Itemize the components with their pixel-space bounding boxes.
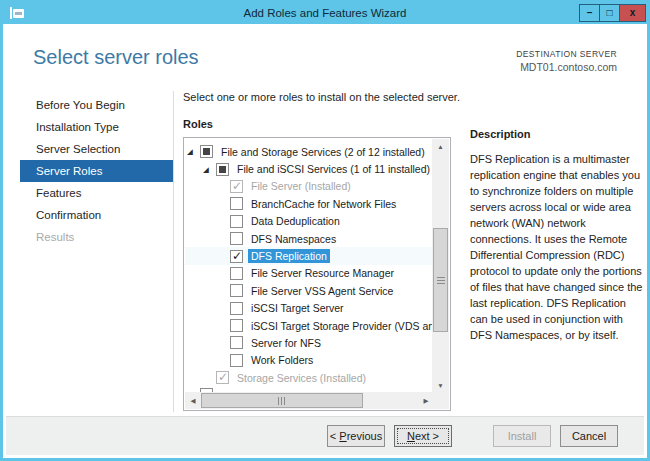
scroll-left-arrow-icon[interactable]: ◀ bbox=[185, 392, 201, 409]
checkbox-unchecked[interactable] bbox=[230, 336, 243, 349]
horizontal-scrollbar[interactable]: ◀ ▶ bbox=[185, 392, 434, 409]
description-text: DFS Replication is a multimaster replica… bbox=[470, 151, 644, 343]
wizard-content: Select server roles DESTINATION SERVER M… bbox=[6, 27, 644, 416]
collapse-triangle-icon[interactable]: ◢ bbox=[203, 163, 216, 176]
cancel-button[interactable]: Cancel bbox=[560, 425, 618, 447]
checkbox-unchecked[interactable] bbox=[230, 302, 243, 315]
thumb-grip bbox=[437, 277, 445, 285]
wizard-footer: < Previous Next > Install Cancel bbox=[6, 416, 644, 455]
tree-item-fs-vss-agent[interactable]: File Server VSS Agent Service bbox=[185, 282, 434, 299]
checkbox-checked-disabled bbox=[216, 371, 229, 384]
vertical-scroll-thumb[interactable] bbox=[433, 228, 448, 332]
next-button[interactable]: Next > bbox=[394, 425, 452, 447]
instruction-text: Select one or more roles to install on t… bbox=[183, 91, 453, 103]
maximize-button[interactable]: □ bbox=[599, 4, 620, 22]
tree-item-file-and-storage-services[interactable]: ◢ File and Storage Services (2 of 12 ins… bbox=[185, 143, 434, 160]
wizard-window: Add Roles and Features Wizard – □ x Sele… bbox=[0, 0, 650, 461]
window-title: Add Roles and Features Wizard bbox=[3, 3, 647, 24]
titlebar: Add Roles and Features Wizard – □ x bbox=[3, 3, 647, 24]
vertical-scrollbar[interactable]: ▲ ▼ bbox=[432, 139, 449, 394]
close-button[interactable]: x bbox=[619, 4, 646, 22]
scrollbar-corner bbox=[432, 392, 449, 409]
tree-item-file-server[interactable]: File Server (Installed) bbox=[185, 178, 434, 195]
wizard-steps-sidebar: Before You Begin Installation Type Serve… bbox=[20, 94, 173, 248]
description-heading: Description bbox=[470, 128, 644, 140]
checkbox-unchecked[interactable] bbox=[230, 215, 243, 228]
tree-item-branchcache[interactable]: BranchCache for Network Files bbox=[185, 195, 434, 212]
checkbox-checked[interactable] bbox=[230, 250, 243, 263]
scroll-up-arrow-icon[interactable]: ▲ bbox=[432, 139, 449, 155]
roles-pane: Select one or more roles to install on t… bbox=[183, 91, 453, 411]
checkbox-unchecked[interactable] bbox=[230, 354, 243, 367]
checkbox-checked-disabled bbox=[230, 180, 243, 193]
previous-button[interactable]: < Previous bbox=[327, 425, 385, 447]
collapse-triangle-icon[interactable]: ◢ bbox=[187, 145, 200, 158]
sidebar-divider bbox=[173, 91, 174, 412]
roles-tree-rows: ◢ File and Storage Services (2 of 12 ins… bbox=[185, 139, 434, 394]
sidebar-item-before-you-begin[interactable]: Before You Begin bbox=[20, 94, 173, 116]
tree-item-iscsi-target-storage-provider[interactable]: iSCSI Target Storage Provider (VDS and V… bbox=[185, 317, 434, 334]
description-panel: Description DFS Replication is a multima… bbox=[470, 128, 644, 343]
checkbox-unchecked[interactable] bbox=[230, 232, 243, 245]
tree-item-work-folders[interactable]: Work Folders bbox=[185, 352, 434, 369]
roles-list-label: Roles bbox=[183, 118, 453, 130]
sidebar-item-installation-type[interactable]: Installation Type bbox=[20, 116, 173, 138]
checkbox-indeterminate[interactable] bbox=[216, 163, 229, 176]
sidebar-item-confirmation[interactable]: Confirmation bbox=[20, 204, 173, 226]
roles-tree: ◢ File and Storage Services (2 of 12 ins… bbox=[183, 137, 451, 411]
sidebar-item-server-selection[interactable]: Server Selection bbox=[20, 138, 173, 160]
destination-server-name: MDT01.contoso.com bbox=[516, 61, 617, 73]
thumb-grip bbox=[278, 397, 286, 405]
destination-server-label: DESTINATION SERVER bbox=[516, 49, 617, 59]
checkbox-unchecked[interactable] bbox=[230, 197, 243, 210]
checkbox-indeterminate[interactable] bbox=[200, 145, 213, 158]
checkbox-unchecked[interactable] bbox=[230, 284, 243, 297]
minimize-button[interactable]: – bbox=[579, 4, 600, 22]
page-title: Select server roles bbox=[33, 46, 199, 69]
tree-item-fs-resource-manager[interactable]: File Server Resource Manager bbox=[185, 265, 434, 282]
tree-item-storage-services[interactable]: Storage Services (Installed) bbox=[185, 369, 434, 386]
destination-server-block: DESTINATION SERVER MDT01.contoso.com bbox=[516, 49, 617, 73]
sidebar-item-features[interactable]: Features bbox=[20, 182, 173, 204]
tree-item-server-for-nfs[interactable]: Server for NFS bbox=[185, 334, 434, 351]
tree-item-file-and-iscsi-services[interactable]: ◢ File and iSCSI Services (1 of 11 insta… bbox=[185, 160, 434, 177]
sidebar-item-results: Results bbox=[20, 226, 173, 248]
install-button[interactable]: Install bbox=[493, 425, 551, 447]
tree-item-data-deduplication[interactable]: Data Deduplication bbox=[185, 213, 434, 230]
sidebar-item-server-roles[interactable]: Server Roles bbox=[20, 160, 173, 182]
horizontal-scroll-thumb[interactable] bbox=[201, 393, 363, 408]
tree-item-dfs-replication[interactable]: DFS Replication bbox=[185, 247, 434, 264]
tree-item-iscsi-target-server[interactable]: iSCSI Target Server bbox=[185, 300, 434, 317]
checkbox-unchecked[interactable] bbox=[230, 267, 243, 280]
tree-item-dfs-namespaces[interactable]: DFS Namespaces bbox=[185, 230, 434, 247]
checkbox-unchecked[interactable] bbox=[230, 319, 243, 332]
